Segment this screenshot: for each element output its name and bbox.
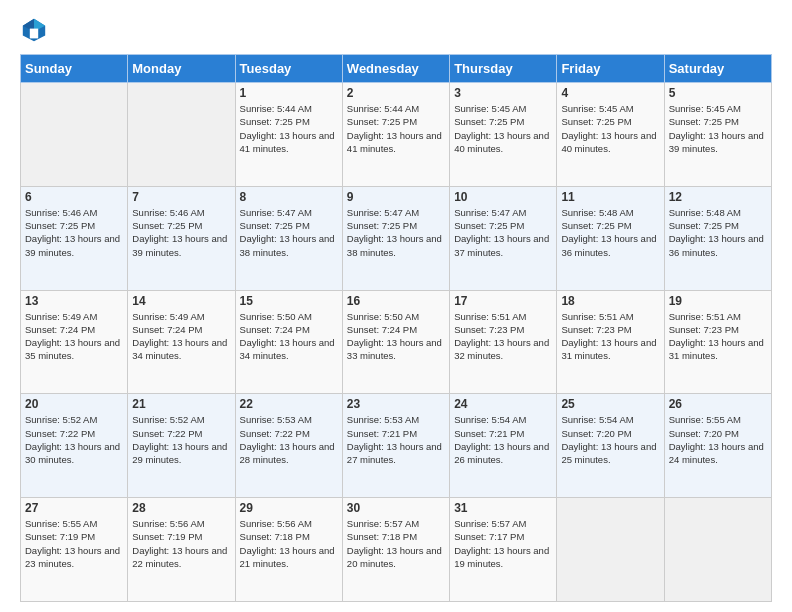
day-number: 9 [347,190,445,204]
day-number: 15 [240,294,338,308]
calendar-cell [21,83,128,187]
day-info: Sunrise: 5:53 AMSunset: 7:21 PMDaylight:… [347,413,445,466]
day-info: Sunrise: 5:48 AMSunset: 7:25 PMDaylight:… [561,206,659,259]
calendar-cell [664,498,771,602]
day-info: Sunrise: 5:51 AMSunset: 7:23 PMDaylight:… [454,310,552,363]
day-info: Sunrise: 5:49 AMSunset: 7:24 PMDaylight:… [132,310,230,363]
calendar-cell [128,83,235,187]
calendar-cell: 4Sunrise: 5:45 AMSunset: 7:25 PMDaylight… [557,83,664,187]
calendar-cell: 3Sunrise: 5:45 AMSunset: 7:25 PMDaylight… [450,83,557,187]
day-number: 7 [132,190,230,204]
day-info: Sunrise: 5:47 AMSunset: 7:25 PMDaylight:… [347,206,445,259]
calendar-cell: 9Sunrise: 5:47 AMSunset: 7:25 PMDaylight… [342,186,449,290]
day-header-thursday: Thursday [450,55,557,83]
day-number: 31 [454,501,552,515]
day-number: 26 [669,397,767,411]
day-info: Sunrise: 5:57 AMSunset: 7:17 PMDaylight:… [454,517,552,570]
day-info: Sunrise: 5:54 AMSunset: 7:21 PMDaylight:… [454,413,552,466]
day-number: 22 [240,397,338,411]
day-info: Sunrise: 5:47 AMSunset: 7:25 PMDaylight:… [454,206,552,259]
day-info: Sunrise: 5:57 AMSunset: 7:18 PMDaylight:… [347,517,445,570]
day-info: Sunrise: 5:52 AMSunset: 7:22 PMDaylight:… [132,413,230,466]
day-info: Sunrise: 5:46 AMSunset: 7:25 PMDaylight:… [25,206,123,259]
day-info: Sunrise: 5:50 AMSunset: 7:24 PMDaylight:… [240,310,338,363]
page: SundayMondayTuesdayWednesdayThursdayFrid… [0,0,792,612]
calendar-cell: 11Sunrise: 5:48 AMSunset: 7:25 PMDayligh… [557,186,664,290]
calendar-cell: 8Sunrise: 5:47 AMSunset: 7:25 PMDaylight… [235,186,342,290]
day-info: Sunrise: 5:56 AMSunset: 7:19 PMDaylight:… [132,517,230,570]
calendar-cell: 29Sunrise: 5:56 AMSunset: 7:18 PMDayligh… [235,498,342,602]
day-number: 25 [561,397,659,411]
calendar-cell: 27Sunrise: 5:55 AMSunset: 7:19 PMDayligh… [21,498,128,602]
day-number: 18 [561,294,659,308]
calendar-cell: 24Sunrise: 5:54 AMSunset: 7:21 PMDayligh… [450,394,557,498]
day-header-sunday: Sunday [21,55,128,83]
day-info: Sunrise: 5:45 AMSunset: 7:25 PMDaylight:… [561,102,659,155]
calendar-cell: 16Sunrise: 5:50 AMSunset: 7:24 PMDayligh… [342,290,449,394]
day-number: 8 [240,190,338,204]
day-info: Sunrise: 5:48 AMSunset: 7:25 PMDaylight:… [669,206,767,259]
day-number: 19 [669,294,767,308]
day-number: 24 [454,397,552,411]
day-info: Sunrise: 5:46 AMSunset: 7:25 PMDaylight:… [132,206,230,259]
day-number: 29 [240,501,338,515]
day-info: Sunrise: 5:49 AMSunset: 7:24 PMDaylight:… [25,310,123,363]
day-number: 17 [454,294,552,308]
day-info: Sunrise: 5:51 AMSunset: 7:23 PMDaylight:… [561,310,659,363]
day-number: 27 [25,501,123,515]
calendar-cell: 28Sunrise: 5:56 AMSunset: 7:19 PMDayligh… [128,498,235,602]
day-header-tuesday: Tuesday [235,55,342,83]
calendar-week-4: 20Sunrise: 5:52 AMSunset: 7:22 PMDayligh… [21,394,772,498]
day-number: 23 [347,397,445,411]
calendar-week-5: 27Sunrise: 5:55 AMSunset: 7:19 PMDayligh… [21,498,772,602]
day-header-saturday: Saturday [664,55,771,83]
calendar-cell: 15Sunrise: 5:50 AMSunset: 7:24 PMDayligh… [235,290,342,394]
calendar-cell: 2Sunrise: 5:44 AMSunset: 7:25 PMDaylight… [342,83,449,187]
calendar-cell: 26Sunrise: 5:55 AMSunset: 7:20 PMDayligh… [664,394,771,498]
calendar-cell: 19Sunrise: 5:51 AMSunset: 7:23 PMDayligh… [664,290,771,394]
day-info: Sunrise: 5:53 AMSunset: 7:22 PMDaylight:… [240,413,338,466]
day-header-monday: Monday [128,55,235,83]
day-info: Sunrise: 5:45 AMSunset: 7:25 PMDaylight:… [669,102,767,155]
day-number: 3 [454,86,552,100]
calendar-cell: 1Sunrise: 5:44 AMSunset: 7:25 PMDaylight… [235,83,342,187]
calendar-cell [557,498,664,602]
day-info: Sunrise: 5:55 AMSunset: 7:19 PMDaylight:… [25,517,123,570]
day-number: 10 [454,190,552,204]
calendar-cell: 6Sunrise: 5:46 AMSunset: 7:25 PMDaylight… [21,186,128,290]
svg-rect-3 [30,29,38,39]
header-row: SundayMondayTuesdayWednesdayThursdayFrid… [21,55,772,83]
day-info: Sunrise: 5:44 AMSunset: 7:25 PMDaylight:… [240,102,338,155]
calendar-week-1: 1Sunrise: 5:44 AMSunset: 7:25 PMDaylight… [21,83,772,187]
calendar-cell: 22Sunrise: 5:53 AMSunset: 7:22 PMDayligh… [235,394,342,498]
calendar-cell: 25Sunrise: 5:54 AMSunset: 7:20 PMDayligh… [557,394,664,498]
calendar-cell: 14Sunrise: 5:49 AMSunset: 7:24 PMDayligh… [128,290,235,394]
day-number: 14 [132,294,230,308]
calendar-cell: 20Sunrise: 5:52 AMSunset: 7:22 PMDayligh… [21,394,128,498]
day-number: 6 [25,190,123,204]
calendar-header: SundayMondayTuesdayWednesdayThursdayFrid… [21,55,772,83]
day-info: Sunrise: 5:47 AMSunset: 7:25 PMDaylight:… [240,206,338,259]
day-number: 4 [561,86,659,100]
calendar-cell: 5Sunrise: 5:45 AMSunset: 7:25 PMDaylight… [664,83,771,187]
calendar-cell: 10Sunrise: 5:47 AMSunset: 7:25 PMDayligh… [450,186,557,290]
day-info: Sunrise: 5:54 AMSunset: 7:20 PMDaylight:… [561,413,659,466]
calendar-cell: 17Sunrise: 5:51 AMSunset: 7:23 PMDayligh… [450,290,557,394]
day-number: 21 [132,397,230,411]
header [20,16,772,44]
calendar-cell: 7Sunrise: 5:46 AMSunset: 7:25 PMDaylight… [128,186,235,290]
day-number: 30 [347,501,445,515]
calendar-table: SundayMondayTuesdayWednesdayThursdayFrid… [20,54,772,602]
day-info: Sunrise: 5:50 AMSunset: 7:24 PMDaylight:… [347,310,445,363]
day-header-wednesday: Wednesday [342,55,449,83]
day-info: Sunrise: 5:56 AMSunset: 7:18 PMDaylight:… [240,517,338,570]
calendar-cell: 12Sunrise: 5:48 AMSunset: 7:25 PMDayligh… [664,186,771,290]
calendar-cell: 30Sunrise: 5:57 AMSunset: 7:18 PMDayligh… [342,498,449,602]
day-number: 16 [347,294,445,308]
day-number: 28 [132,501,230,515]
logo [20,16,52,44]
calendar-cell: 21Sunrise: 5:52 AMSunset: 7:22 PMDayligh… [128,394,235,498]
day-number: 2 [347,86,445,100]
day-number: 11 [561,190,659,204]
day-number: 1 [240,86,338,100]
